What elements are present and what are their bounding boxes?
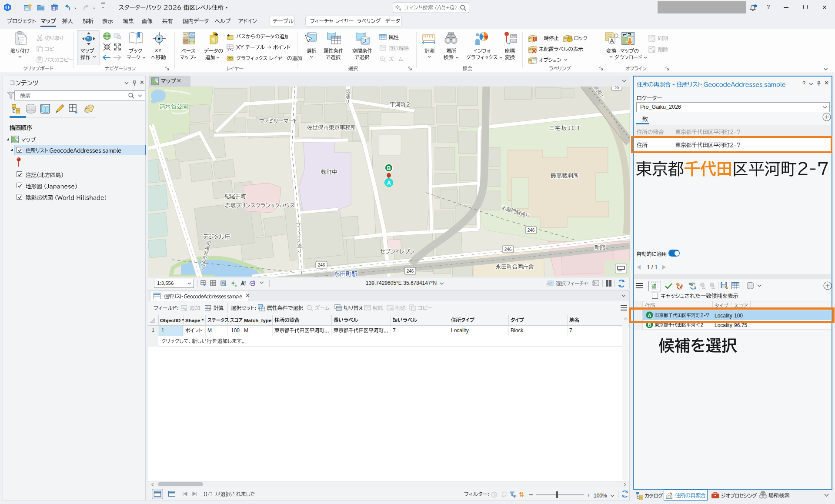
svg-text:246: 246	[318, 263, 325, 267]
svg-text:ƒ: ƒ	[208, 307, 210, 311]
svg-text:N: N	[243, 280, 246, 284]
svg-text:246: 246	[504, 247, 512, 252]
svg-text:246: 246	[407, 269, 414, 274]
svg-text:20: 20	[615, 87, 619, 90]
svg-text:246: 246	[528, 228, 535, 233]
svg-text:A: A	[387, 180, 391, 186]
svg-text:B: B	[387, 165, 391, 171]
